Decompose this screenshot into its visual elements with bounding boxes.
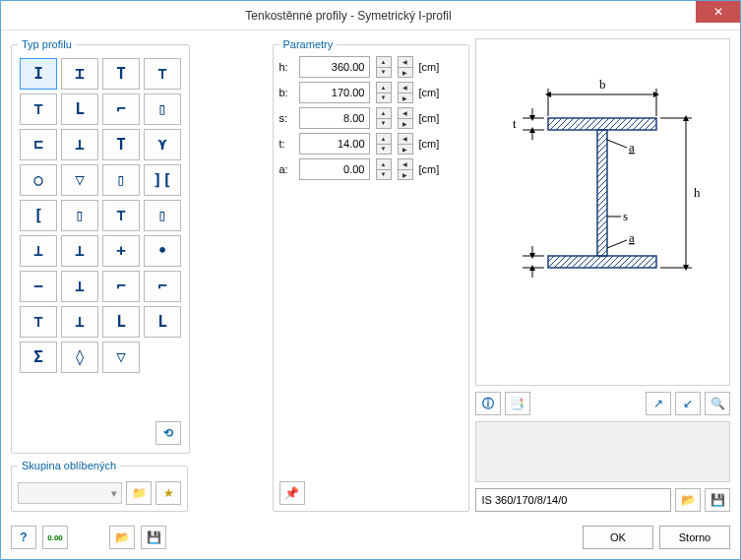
favorites-open-button[interactable]: 📁 (126, 481, 152, 505)
param-spinner-updown[interactable]: ▲▼ (376, 82, 392, 103)
axis1-button[interactable]: ↗ (646, 392, 671, 415)
param-spinner-leftright[interactable]: ◀▶ (398, 82, 413, 103)
zoom-button[interactable]: 🔍 (705, 392, 730, 415)
profile-type-button[interactable]: ▽ (61, 164, 98, 196)
profile-type-button[interactable]: T (102, 58, 140, 90)
profile-type-button[interactable]: ⊤ (144, 58, 181, 90)
left-column: Typ profilu I⌶T⊤⊤L⌐▯⊏⊥T⋎○▽▯][[▯⊤▯⊥⊥+•−⊥⌐… (11, 38, 267, 512)
copy-button[interactable]: 📑 (505, 392, 530, 415)
spin-up-icon[interactable]: ▲ (377, 134, 391, 145)
profile-type-button[interactable]: ⊥ (61, 129, 98, 160)
profile-type-button[interactable]: ⊏ (20, 129, 57, 160)
save-icon: 💾 (710, 493, 725, 507)
profile-name-input[interactable] (475, 488, 672, 512)
profile-type-button[interactable]: ▯ (144, 200, 181, 231)
info-button[interactable]: ⓘ (475, 392, 501, 415)
reset-profile-button[interactable]: ⟲ (155, 421, 181, 445)
help-button[interactable]: ? (11, 526, 36, 549)
spin-right-icon[interactable]: ▶ (399, 93, 412, 103)
profile-type-button[interactable]: ▯ (102, 164, 140, 196)
close-button[interactable]: ✕ (696, 1, 740, 23)
bottom-open-button[interactable]: 📂 (109, 526, 135, 549)
profile-type-button[interactable]: ⋎ (144, 129, 181, 160)
spin-down-icon[interactable]: ▼ (377, 145, 391, 155)
param-spinner-updown[interactable]: ▲▼ (376, 158, 392, 180)
param-spinner-leftright[interactable]: ◀▶ (398, 158, 413, 180)
profile-type-button[interactable]: − (20, 271, 57, 302)
profile-type-button[interactable]: Σ (20, 342, 57, 373)
profile-type-button[interactable]: ▯ (61, 200, 98, 231)
param-input[interactable] (299, 107, 370, 129)
chevron-down-icon: ▾ (111, 487, 117, 500)
param-spinner-leftright[interactable]: ◀▶ (398, 107, 413, 129)
spin-down-icon[interactable]: ▼ (377, 93, 391, 103)
profile-type-button[interactable]: ◊ (61, 342, 98, 373)
name-save-button[interactable]: 💾 (705, 488, 730, 512)
profile-type-button[interactable]: T (102, 129, 140, 160)
svg-line-19 (607, 240, 627, 248)
spin-up-icon[interactable]: ▲ (377, 57, 391, 68)
spin-up-icon[interactable]: ▲ (377, 108, 391, 119)
spin-down-icon[interactable]: ▼ (377, 68, 391, 78)
spin-right-icon[interactable]: ▶ (399, 170, 412, 180)
bottom-save-button[interactable]: 💾 (141, 526, 166, 549)
profile-type-button[interactable]: ⊥ (61, 235, 98, 267)
spin-down-icon[interactable]: ▼ (377, 170, 391, 180)
profile-type-button[interactable]: + (102, 235, 140, 267)
profile-type-button[interactable]: ⊥ (61, 271, 98, 302)
profile-type-button[interactable]: L (61, 93, 98, 125)
param-input[interactable] (299, 56, 370, 78)
axis2-button[interactable]: ↙ (675, 392, 701, 415)
profile-type-button[interactable]: ⊥ (20, 235, 57, 267)
profile-type-button[interactable]: ⊤ (102, 200, 140, 231)
param-spinner-leftright[interactable]: ◀▶ (398, 133, 413, 155)
profile-type-button[interactable]: L (102, 306, 140, 338)
name-open-button[interactable]: 📂 (675, 488, 701, 512)
param-input[interactable] (299, 133, 370, 155)
svg-rect-2 (597, 130, 607, 256)
spin-left-icon[interactable]: ◀ (399, 134, 412, 145)
param-row: h:▲▼◀▶[cm] (279, 56, 463, 78)
spin-left-icon[interactable]: ◀ (399, 57, 412, 68)
profile-type-button[interactable]: [ (20, 200, 57, 231)
spin-left-icon[interactable]: ◀ (399, 83, 412, 93)
profile-type-button[interactable]: ⌐ (102, 271, 140, 302)
spin-right-icon[interactable]: ▶ (399, 68, 412, 78)
profile-type-button[interactable]: ⊤ (20, 93, 57, 125)
profile-type-button[interactable]: • (144, 235, 181, 267)
profile-type-button[interactable]: ▽ (102, 342, 140, 373)
profile-type-button[interactable]: L (144, 306, 181, 338)
param-input[interactable] (299, 158, 370, 180)
spin-up-icon[interactable]: ▲ (377, 83, 391, 93)
param-spinner-updown[interactable]: ▲▼ (376, 133, 392, 155)
spin-left-icon[interactable]: ◀ (399, 159, 412, 170)
profile-type-button[interactable]: ⌐ (144, 271, 181, 302)
save-icon-2: 💾 (147, 530, 161, 544)
open-icon-2: 📂 (115, 530, 130, 544)
param-spinner-updown[interactable]: ▲▼ (376, 107, 392, 129)
ok-button[interactable]: OK (583, 526, 653, 549)
profile-type-button[interactable]: ○ (20, 164, 57, 196)
profile-type-button[interactable]: ⊥ (61, 306, 98, 338)
spin-right-icon[interactable]: ▶ (399, 145, 412, 155)
favorites-add-button[interactable]: ★ (155, 481, 181, 505)
profile-type-button[interactable]: ⌐ (102, 93, 140, 125)
params-pin-button[interactable]: 📌 (279, 481, 305, 505)
param-spinner-updown[interactable]: ▲▼ (376, 56, 392, 78)
param-unit: [cm] (419, 138, 440, 150)
param-input[interactable] (299, 82, 370, 103)
spin-down-icon[interactable]: ▼ (377, 119, 391, 129)
profile-type-button[interactable]: ][ (144, 164, 181, 196)
window-title: Tenkostěnné profily - Symetrický I-profi… (1, 9, 696, 23)
favorites-dropdown[interactable]: ▾ (18, 482, 122, 504)
tolerance-button[interactable]: 0.00 (42, 526, 68, 549)
spin-up-icon[interactable]: ▲ (377, 159, 391, 170)
param-spinner-leftright[interactable]: ◀▶ (398, 56, 413, 78)
spin-right-icon[interactable]: ▶ (399, 119, 412, 129)
profile-type-button[interactable]: ▯ (144, 93, 181, 125)
profile-type-button[interactable]: ⌶ (61, 58, 98, 90)
profile-type-button[interactable]: I (20, 58, 57, 90)
spin-left-icon[interactable]: ◀ (399, 108, 412, 119)
cancel-button[interactable]: Storno (659, 526, 730, 549)
profile-type-button[interactable]: ⊤ (20, 306, 57, 338)
